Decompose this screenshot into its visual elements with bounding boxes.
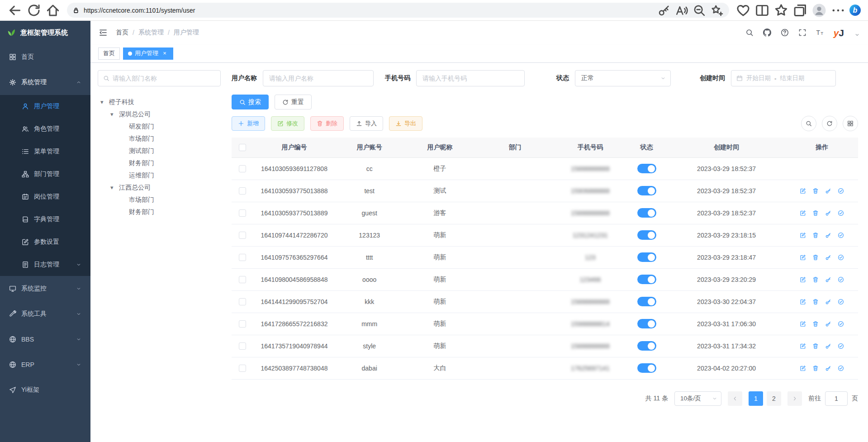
row-delete-icon[interactable]: [812, 188, 819, 194]
tree-expand-caret-icon[interactable]: ▾: [100, 99, 109, 105]
toggle-search-button[interactable]: [801, 116, 816, 131]
next-page-button[interactable]: [787, 391, 802, 406]
tab-close-icon[interactable]: ×: [161, 50, 168, 57]
tree-node[interactable]: 测试部门: [98, 145, 221, 157]
sidebar-item-3[interactable]: 角色管理: [0, 118, 90, 140]
row-assign-role-icon[interactable]: [838, 365, 844, 371]
row-delete-icon[interactable]: [812, 321, 819, 327]
breadcrumb-item[interactable]: 系统管理: [138, 29, 164, 37]
tab-home[interactable]: 首页: [98, 48, 120, 60]
browser-more-icon[interactable]: [830, 3, 846, 18]
row-delete-icon[interactable]: [812, 365, 819, 371]
tree-expand-caret-icon[interactable]: ▾: [110, 184, 119, 191]
tree-node[interactable]: 研发部门: [98, 120, 221, 133]
header-search-icon[interactable]: [745, 29, 754, 37]
sidebar-item-6[interactable]: 岗位管理: [0, 185, 90, 208]
zoom-icon[interactable]: [693, 4, 706, 17]
row-edit-icon[interactable]: [800, 254, 806, 261]
columns-setting-button[interactable]: [843, 116, 858, 131]
browser-home-button[interactable]: [45, 3, 61, 18]
sidebar-item-1[interactable]: 系统管理: [0, 70, 90, 95]
export-button[interactable]: 导出: [389, 116, 422, 131]
row-edit-icon[interactable]: [800, 188, 806, 194]
status-toggle[interactable]: [637, 297, 656, 306]
split-screen-icon[interactable]: [754, 3, 770, 18]
password-manager-icon[interactable]: [657, 4, 671, 17]
row-edit-icon[interactable]: [800, 365, 806, 371]
row-checkbox[interactable]: [239, 298, 246, 305]
row-reset-password-icon[interactable]: [825, 188, 831, 194]
status-toggle[interactable]: [637, 186, 656, 195]
row-assign-role-icon[interactable]: [838, 188, 844, 194]
sidebar-item-12[interactable]: BBS: [0, 327, 90, 352]
add-button[interactable]: 新增: [232, 116, 265, 131]
url-text[interactable]: https://ccnetcore.com:1101/system/user: [84, 7, 653, 14]
sidebar-item-11[interactable]: 系统工具: [0, 301, 90, 327]
avatar-caret-icon[interactable]: [854, 32, 860, 38]
import-button[interactable]: 导入: [350, 116, 383, 131]
row-edit-icon[interactable]: [800, 232, 806, 238]
row-checkbox[interactable]: [239, 365, 246, 372]
row-delete-icon[interactable]: [812, 254, 819, 261]
row-reset-password-icon[interactable]: [825, 232, 831, 238]
reset-button[interactable]: 重置: [275, 95, 312, 109]
tab-user-management[interactable]: 用户管理 ×: [123, 48, 173, 60]
browser-back-button[interactable]: [7, 3, 23, 18]
sidebar-toggle-icon[interactable]: [99, 28, 108, 37]
row-reset-password-icon[interactable]: [825, 210, 831, 216]
page-number-2[interactable]: 2: [767, 391, 781, 406]
row-assign-role-icon[interactable]: [838, 254, 844, 261]
row-delete-icon[interactable]: [812, 276, 819, 283]
text-size-icon[interactable]: TT: [816, 29, 824, 37]
phone-input[interactable]: [416, 70, 525, 86]
tree-expand-caret-icon[interactable]: ▾: [110, 111, 119, 118]
row-assign-role-icon[interactable]: [838, 210, 844, 216]
row-assign-role-icon[interactable]: [838, 276, 844, 283]
status-toggle[interactable]: [637, 252, 656, 262]
tree-node[interactable]: 财务部门: [98, 157, 221, 169]
row-reset-password-icon[interactable]: [825, 276, 831, 283]
status-toggle[interactable]: [637, 208, 656, 218]
row-reset-password-icon[interactable]: [825, 321, 831, 327]
row-delete-icon[interactable]: [812, 232, 819, 238]
tree-node[interactable]: 市场部门: [98, 194, 221, 206]
breadcrumb-item[interactable]: 首页: [116, 29, 128, 37]
sidebar-item-9[interactable]: 日志管理: [0, 253, 90, 276]
app-logo[interactable]: 意框架管理系统: [0, 21, 90, 44]
sidebar-item-14[interactable]: Yi框架: [0, 377, 90, 403]
row-checkbox[interactable]: [239, 209, 246, 217]
status-toggle[interactable]: [637, 164, 656, 173]
status-toggle[interactable]: [637, 319, 656, 328]
tree-node[interactable]: 财务部门: [98, 206, 221, 218]
row-checkbox[interactable]: [239, 165, 246, 172]
sidebar-item-10[interactable]: 系统监控: [0, 276, 90, 301]
status-toggle[interactable]: [637, 230, 656, 240]
row-assign-role-icon[interactable]: [838, 232, 844, 238]
status-toggle[interactable]: [637, 341, 656, 351]
tree-node[interactable]: ▾深圳总公司: [98, 108, 221, 120]
help-icon[interactable]: [781, 29, 789, 37]
goto-page-input[interactable]: [825, 391, 848, 406]
row-reset-password-icon[interactable]: [825, 254, 831, 261]
sidebar-item-7[interactable]: 字典管理: [0, 208, 90, 231]
search-button[interactable]: 搜索: [232, 95, 269, 109]
row-edit-icon[interactable]: [800, 343, 806, 349]
dept-search-input[interactable]: [113, 75, 215, 82]
row-edit-icon[interactable]: [800, 299, 806, 305]
row-reset-password-icon[interactable]: [825, 299, 831, 305]
row-delete-icon[interactable]: [812, 299, 819, 305]
tree-node[interactable]: 运维部门: [98, 169, 221, 181]
sidebar-item-0[interactable]: 首页: [0, 44, 90, 70]
row-checkbox[interactable]: [239, 342, 246, 350]
row-checkbox[interactable]: [239, 187, 246, 195]
sidebar-item-2[interactable]: 用户管理: [0, 95, 90, 118]
browser-essentials-icon[interactable]: [735, 3, 751, 18]
row-assign-role-icon[interactable]: [838, 299, 844, 305]
github-icon[interactable]: [763, 29, 771, 37]
bing-copilot-icon[interactable]: b: [849, 5, 861, 16]
read-aloud-icon[interactable]: [675, 4, 688, 17]
row-edit-icon[interactable]: [800, 321, 806, 327]
row-edit-icon[interactable]: [800, 210, 806, 216]
username-input[interactable]: [263, 70, 374, 86]
sidebar-item-5[interactable]: 部门管理: [0, 163, 90, 185]
